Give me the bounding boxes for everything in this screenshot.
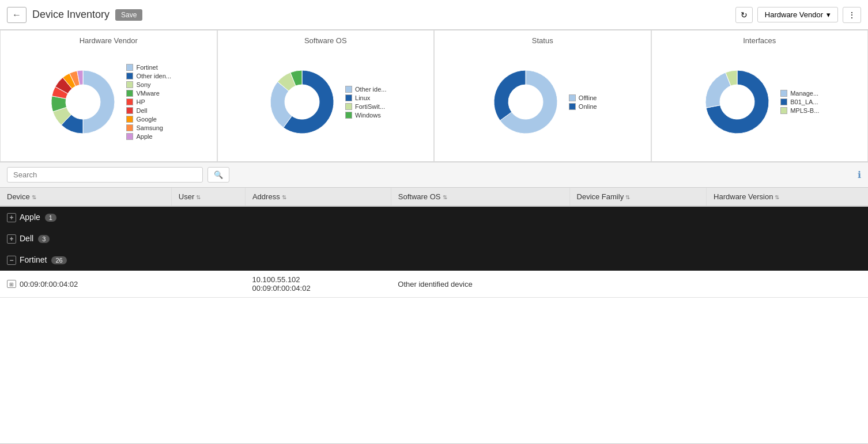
col-header-address[interactable]: Address⇅	[245, 188, 391, 206]
expand-icon: +	[7, 234, 16, 244]
chart-title-interfaces: Interfaces	[743, 36, 776, 45]
group-name: Dell	[20, 234, 33, 243]
table-container: Device⇅User⇅Address⇅Software OS⇅Device F…	[0, 188, 868, 443]
col-header-user[interactable]: User⇅	[171, 188, 245, 206]
legend-color	[126, 81, 133, 88]
legend-item: Dell	[126, 107, 171, 114]
expand-icon: −	[7, 256, 16, 265]
group-cell: +Dell3	[0, 228, 868, 249]
legend-color	[780, 107, 787, 114]
legend-item: Google	[126, 116, 171, 123]
legend-color	[345, 94, 352, 101]
sort-icon: ⇅	[443, 194, 447, 200]
legend-color	[126, 90, 133, 97]
info-icon[interactable]: ℹ	[858, 169, 861, 180]
legend-status: OfflineOnline	[569, 94, 597, 110]
chart-panel-software-os: Software OSOther ide...LinuxFortiSwit...…	[217, 30, 435, 162]
device-table: Device⇅User⇅Address⇅Software OS⇅Device F…	[0, 188, 868, 298]
table-body: +Apple1+Dell3−Fortinet26⊞00:09:0f:00:04:…	[0, 206, 868, 298]
legend-color	[780, 98, 787, 105]
back-button[interactable]: ←	[7, 7, 27, 23]
hardware-version-cell	[707, 271, 868, 298]
legend-item: Fortinet	[126, 64, 171, 71]
legend-item: Sony	[126, 81, 171, 88]
chevron-down-icon: ▾	[827, 10, 831, 19]
sort-icon: ⇅	[282, 194, 286, 200]
legend-hardware-vendor: FortinetOther iden...SonyVMwareHPDellGoo…	[126, 64, 171, 140]
legend-label: Sony	[136, 81, 150, 88]
page-title: Device Inventory	[32, 9, 110, 21]
device-icon: ⊞	[7, 280, 16, 288]
device-name: 00:09:0f:00:04:02	[20, 280, 78, 289]
group-name: Fortinet	[20, 255, 47, 264]
legend-item: Linux	[345, 94, 386, 101]
legend-label: Dell	[136, 107, 147, 114]
legend-color	[126, 107, 133, 114]
legend-item: Other iden...	[126, 73, 171, 79]
device-cell: ⊞00:09:0f:00:04:02	[0, 271, 171, 298]
legend-color	[345, 86, 352, 93]
charts-row: Hardware VendorFortinetOther iden...Sony…	[0, 30, 868, 162]
chart-title-hardware-vendor: Hardware Vendor	[80, 36, 138, 45]
col-header-software_os[interactable]: Software OS⇅	[391, 188, 569, 206]
legend-label: Other iden...	[136, 73, 171, 79]
group-row[interactable]: +Dell3	[0, 228, 868, 249]
col-header-device_family[interactable]: Device Family⇅	[569, 188, 707, 206]
group-count: 1	[45, 214, 56, 222]
more-options-button[interactable]: ⋮	[843, 7, 861, 23]
chart-body-interfaces: Manage...B01_LA...MPLS-B...	[658, 48, 862, 155]
legend-item: Windows	[345, 112, 386, 119]
table-header: Device⇅User⇅Address⇅Software OS⇅Device F…	[0, 188, 868, 206]
software-os-cell: Other identified device	[391, 271, 569, 298]
sort-icon: ⇅	[625, 194, 630, 200]
col-label: User	[179, 192, 194, 201]
legend-label: Fortinet	[136, 64, 157, 71]
legend-item: Offline	[569, 94, 597, 101]
search-bar: 🔍 ℹ	[0, 162, 868, 188]
legend-label: B01_LA...	[790, 98, 818, 105]
search-input[interactable]	[7, 167, 203, 183]
col-label: Hardware Version	[714, 192, 773, 201]
legend-color	[126, 116, 133, 123]
legend-item: MPLS-B...	[780, 107, 819, 114]
legend-label: FortiSwit...	[355, 103, 385, 110]
save-button[interactable]: Save	[115, 9, 142, 21]
group-count: 3	[38, 235, 50, 243]
legend-color	[569, 103, 576, 110]
legend-item: VMware	[126, 90, 171, 97]
group-row[interactable]: −Fortinet26	[0, 249, 868, 271]
legend-item: Apple	[126, 133, 171, 140]
legend-item: B01_LA...	[780, 98, 819, 105]
legend-color	[126, 64, 133, 71]
group-row[interactable]: +Apple1	[0, 206, 868, 228]
chart-body-hardware-vendor: FortinetOther iden...SonyVMwareHPDellGoo…	[6, 48, 211, 155]
legend-color	[126, 98, 133, 105]
refresh-button[interactable]: ↻	[735, 7, 753, 23]
sort-icon: ⇅	[32, 194, 36, 200]
chart-panel-interfaces: InterfacesManage...B01_LA...MPLS-B...	[651, 30, 869, 162]
col-header-device[interactable]: Device⇅	[0, 188, 171, 206]
legend-label: Apple	[136, 133, 152, 140]
hardware-vendor-dropdown[interactable]: Hardware Vendor ▾	[757, 7, 838, 22]
donut-chart-hardware-vendor	[46, 64, 120, 139]
legend-label: VMware	[136, 90, 159, 97]
col-label: Address	[252, 192, 280, 201]
sort-icon: ⇅	[196, 194, 201, 200]
legend-software-os: Other ide...LinuxFortiSwit...Windows	[345, 86, 386, 119]
search-button[interactable]: 🔍	[207, 167, 229, 183]
sort-icon: ⇅	[775, 194, 779, 200]
legend-label: Samsung	[136, 124, 163, 131]
legend-label: Offline	[579, 94, 597, 101]
col-label: Device	[7, 192, 30, 201]
header-actions: ↻ Hardware Vendor ▾ ⋮	[735, 7, 861, 23]
address-cell: 10.100.55.10200:09:0f:00:04:02	[245, 271, 391, 298]
legend-label: Online	[579, 103, 597, 110]
legend-item: Samsung	[126, 124, 171, 131]
col-label: Device Family	[577, 192, 624, 201]
legend-item: Manage...	[780, 90, 819, 97]
group-cell: −Fortinet26	[0, 249, 868, 271]
legend-color	[780, 90, 787, 97]
group-name: Apple	[20, 212, 40, 222]
col-header-hardware_version[interactable]: Hardware Version⇅	[707, 188, 868, 206]
legend-label: Linux	[355, 94, 370, 101]
